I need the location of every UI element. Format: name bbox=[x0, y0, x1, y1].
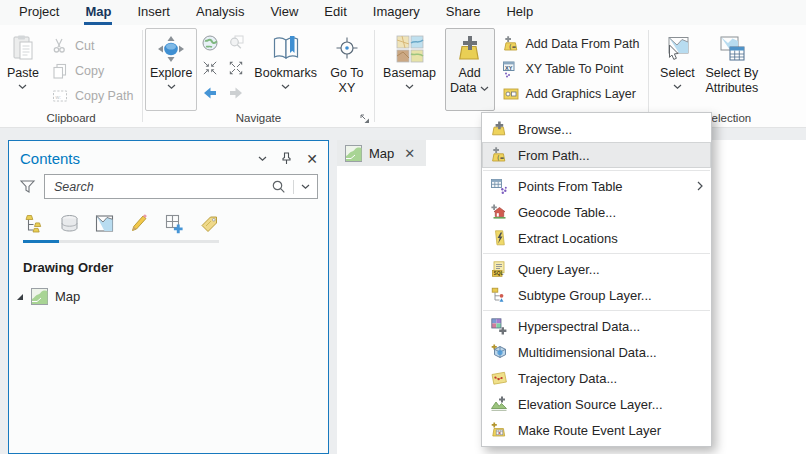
contents-tab-drawing-order[interactable] bbox=[23, 212, 45, 234]
geocode-table-icon bbox=[490, 203, 508, 221]
menu-tab-project[interactable]: Project bbox=[6, 1, 72, 25]
cut-button[interactable]: Cut bbox=[44, 33, 140, 58]
contents-tab-data-source[interactable] bbox=[58, 212, 80, 234]
svg-text:w:: w: bbox=[54, 94, 61, 100]
menu-tab-map[interactable]: Map bbox=[72, 1, 124, 25]
panel-menu-chevron-icon[interactable] bbox=[258, 156, 267, 162]
contents-panel: Contents ✕ Drawing Order Map bbox=[8, 140, 329, 454]
explore-button[interactable]: Explore bbox=[145, 28, 197, 111]
cut-icon bbox=[51, 37, 69, 55]
goto-xy-icon bbox=[332, 32, 362, 66]
menu-item-hyperspectral-data[interactable]: Hyperspectral Data... bbox=[482, 313, 711, 339]
menu-tab-analysis[interactable]: Analysis bbox=[183, 1, 257, 25]
copy-icon bbox=[51, 62, 69, 80]
chevron-down-icon bbox=[18, 84, 27, 90]
bookmarks-button[interactable]: Bookmarks bbox=[249, 28, 322, 111]
map-layer-label: Map bbox=[55, 289, 80, 304]
clipboard-group: Paste CutCopyw:Copy Path Clipboard bbox=[0, 25, 142, 127]
bookmarks-label: Bookmarks bbox=[254, 66, 317, 81]
extract-locations-icon bbox=[490, 229, 508, 247]
layer-tree-item-map[interactable]: Map bbox=[16, 288, 328, 305]
globe-button[interactable] bbox=[199, 32, 221, 54]
multidimensional-data-icon bbox=[490, 343, 508, 361]
menu-item-elevation-source-layer[interactable]: Elevation Source Layer... bbox=[482, 391, 711, 417]
menu-item-browse[interactable]: Browse... bbox=[482, 116, 711, 142]
contents-tab-grid-plus[interactable] bbox=[163, 212, 185, 234]
tree-expander-icon[interactable] bbox=[16, 293, 24, 301]
menu-tab-share[interactable]: Share bbox=[433, 1, 494, 25]
copy-path-button[interactable]: w:Copy Path bbox=[44, 83, 140, 108]
contents-tab-selection-map[interactable] bbox=[93, 212, 115, 234]
map-layer-icon bbox=[31, 288, 48, 305]
menu-item-multidimensional-data[interactable]: Multidimensional Data... bbox=[482, 339, 711, 365]
map-tab-close-icon[interactable]: ✕ bbox=[404, 147, 415, 160]
menu-item-query-layer[interactable]: SQLQuery Layer... bbox=[482, 256, 711, 282]
contents-tab-tag[interactable] bbox=[198, 212, 220, 234]
navigate-dialog-launcher-icon[interactable] bbox=[359, 113, 371, 125]
add-data-dropdown-menu: Browse...(=From Path...Points From Table… bbox=[481, 112, 712, 447]
paste-label: Paste bbox=[7, 66, 39, 81]
navigate-group-label: Navigate bbox=[143, 111, 374, 127]
menu-tab-imagery[interactable]: Imagery bbox=[360, 1, 433, 25]
back-arrow-button[interactable] bbox=[199, 82, 221, 104]
contract-arrows-button[interactable] bbox=[199, 57, 221, 79]
panel-close-icon[interactable]: ✕ bbox=[306, 152, 318, 166]
filter-funnel-icon[interactable] bbox=[19, 178, 36, 195]
panel-pin-icon[interactable] bbox=[280, 152, 293, 165]
select-button[interactable]: Select bbox=[655, 28, 700, 111]
menu-item-from-path[interactable]: (=From Path... bbox=[482, 142, 711, 168]
chevron-down-icon bbox=[281, 84, 290, 90]
xy-table-to-point-button[interactable]: XYXY Table To Point bbox=[495, 56, 647, 81]
explore-sphere-icon bbox=[156, 32, 186, 66]
svg-text:(=: (= bbox=[508, 42, 516, 50]
basemap-label: Basemap bbox=[383, 66, 436, 81]
bookmarks-icon bbox=[271, 32, 301, 66]
add-data-button[interactable]: Add Data bbox=[445, 28, 495, 111]
menu-tab-insert[interactable]: Insert bbox=[124, 1, 183, 25]
fixed-zoom-button[interactable] bbox=[225, 32, 247, 54]
map-document-tab[interactable]: Map ✕ bbox=[337, 140, 426, 166]
hyperspectral-data-icon bbox=[490, 317, 508, 335]
chevron-down-icon bbox=[405, 84, 414, 90]
go-to-xy-button[interactable]: Go To XY bbox=[322, 28, 372, 111]
contents-tab-pencil[interactable] bbox=[128, 212, 150, 234]
expand-arrows-button[interactable] bbox=[225, 57, 247, 79]
tag-icon bbox=[199, 213, 220, 234]
menu-item-extract-locations[interactable]: Extract Locations bbox=[482, 225, 711, 251]
menu-tab-edit[interactable]: Edit bbox=[311, 1, 359, 25]
arcgis-pro-window: ProjectMapInsertAnalysisViewEditImageryS… bbox=[0, 0, 806, 454]
submenu-arrow-icon bbox=[697, 181, 703, 191]
search-options-chevron-icon[interactable] bbox=[301, 184, 310, 190]
menu-separator bbox=[483, 310, 710, 311]
menu-tab-help[interactable]: Help bbox=[493, 1, 546, 25]
add-graphics-layer-button[interactable]: Add Graphics Layer bbox=[495, 81, 647, 106]
fixed-zoom-icon bbox=[227, 34, 245, 52]
add-graphics-layer-icon bbox=[502, 85, 520, 103]
map-tab-label: Map bbox=[369, 146, 394, 161]
pencil-icon bbox=[129, 213, 150, 234]
search-divider bbox=[293, 180, 294, 194]
copy-button[interactable]: Copy bbox=[44, 58, 140, 83]
search-icon[interactable] bbox=[271, 179, 286, 194]
navigate-group: Explore Bookmarks Go To XY Navigate bbox=[143, 25, 374, 127]
paste-button[interactable]: Paste bbox=[2, 28, 44, 111]
chevron-down-icon bbox=[673, 84, 682, 90]
trajectory-data-icon bbox=[490, 369, 508, 387]
basemap-button[interactable]: Basemap bbox=[377, 28, 443, 111]
menu-item-make-route-event-layer[interactable]: Make Route Event Layer bbox=[482, 417, 711, 443]
add-data-from-path-button[interactable]: (=Add Data From Path bbox=[495, 31, 647, 56]
select-by-attributes-icon bbox=[717, 32, 747, 66]
forward-arrow-button[interactable] bbox=[225, 82, 247, 104]
menu-item-trajectory-data[interactable]: Trajectory Data... bbox=[482, 365, 711, 391]
grid-plus-icon bbox=[164, 213, 185, 234]
search-input[interactable] bbox=[52, 179, 264, 195]
menu-separator bbox=[483, 253, 710, 254]
add-data-label: Add Data bbox=[450, 66, 490, 96]
menu-tab-view[interactable]: View bbox=[257, 1, 311, 25]
map-tab-icon bbox=[345, 145, 362, 162]
menu-item-points-from-table[interactable]: Points From Table bbox=[482, 173, 711, 199]
menu-item-geocode-table[interactable]: Geocode Table... bbox=[482, 199, 711, 225]
select-by-attributes-button[interactable]: Select By Attributes bbox=[700, 28, 764, 111]
browse-icon bbox=[490, 120, 508, 138]
menu-item-subtype-group-layer[interactable]: Subtype Group Layer... bbox=[482, 282, 711, 308]
